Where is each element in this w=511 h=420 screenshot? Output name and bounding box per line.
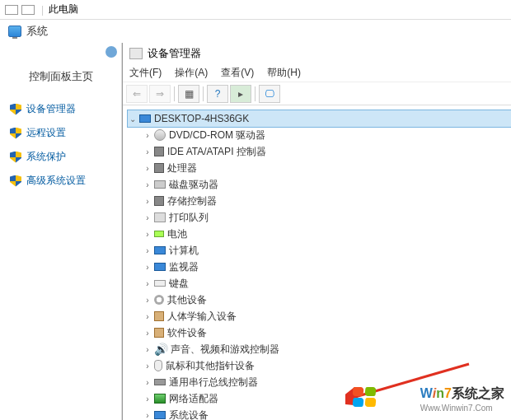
expand-icon[interactable]: › bbox=[143, 246, 152, 255]
system-icon bbox=[8, 26, 21, 37]
shield-icon bbox=[10, 175, 21, 187]
expand-icon[interactable]: › bbox=[143, 312, 152, 321]
tree-node-label: 计算机 bbox=[169, 244, 199, 258]
tree-node[interactable]: ›电池 bbox=[128, 226, 511, 242]
watermark: Win7系统之家 Www.Winwin7.Com bbox=[420, 385, 504, 413]
watermark-text: W bbox=[420, 386, 433, 400]
toolbar-button[interactable]: ▦ bbox=[178, 85, 199, 103]
sidebar-item-advanced[interactable]: 高级系统设置 bbox=[0, 170, 121, 191]
tree-node-label: 其他设备 bbox=[167, 293, 207, 307]
tree-node[interactable]: ›监视器 bbox=[128, 259, 511, 275]
expand-icon[interactable]: › bbox=[143, 362, 152, 371]
main-split: 控制面板主页 设备管理器 远程设置 系统保护 高级系统设置 设备管理器 文件(F… bbox=[0, 43, 511, 420]
expand-icon[interactable]: › bbox=[143, 296, 152, 305]
tree-node[interactable]: ›打印队列 bbox=[128, 209, 511, 226]
device-icon bbox=[154, 163, 164, 173]
tree-node-label: 存储控制器 bbox=[167, 194, 217, 208]
expand-icon[interactable]: › bbox=[143, 378, 152, 387]
device-icon bbox=[154, 196, 164, 206]
expand-icon[interactable]: › bbox=[143, 147, 152, 156]
tree-node[interactable]: ›其他设备 bbox=[128, 292, 511, 308]
device-icon bbox=[154, 147, 164, 156]
expand-icon[interactable]: › bbox=[143, 411, 152, 420]
device-icon bbox=[154, 411, 166, 419]
forward-button[interactable]: ⇒ bbox=[149, 85, 171, 103]
tree-node[interactable]: ›键盘 bbox=[128, 275, 511, 292]
tree-node[interactable]: ›软件设备 bbox=[128, 324, 511, 341]
tree-node-label: 电池 bbox=[167, 227, 187, 241]
tree-node[interactable]: ›IDE ATA/ATAPI 控制器 bbox=[128, 143, 511, 160]
expand-icon[interactable]: › bbox=[143, 180, 152, 189]
tree-node[interactable]: ›计算机 bbox=[128, 242, 511, 259]
device-icon bbox=[154, 360, 162, 371]
expand-icon[interactable]: › bbox=[143, 394, 152, 404]
sidebar-item-device-manager[interactable]: 设备管理器 bbox=[0, 99, 121, 119]
back-button[interactable]: ⇐ bbox=[126, 85, 148, 103]
window-title-row: 系统 bbox=[0, 20, 511, 43]
scan-button[interactable]: 🖵 bbox=[259, 85, 280, 103]
nav-arrows[interactable] bbox=[0, 43, 122, 61]
windows-logo-icon bbox=[353, 387, 377, 408]
menu-file[interactable]: 文件(F) bbox=[129, 66, 162, 80]
sidebar: 控制面板主页 设备管理器 远程设置 系统保护 高级系统设置 bbox=[0, 43, 122, 420]
tree-node[interactable]: ›人体学输入设备 bbox=[128, 308, 511, 324]
device-tree[interactable]: ⌄ DESKTOP-4HS36GK ›DVD/CD-ROM 驱动器›IDE AT… bbox=[123, 105, 511, 420]
sidebar-item-label: 高级系统设置 bbox=[26, 174, 86, 188]
tree-node[interactable]: ›处理器 bbox=[128, 160, 511, 176]
tree-node-label: 处理器 bbox=[167, 161, 197, 175]
device-icon bbox=[154, 180, 166, 189]
toolbar: ⇐ ⇒ ▦ ? ▸ 🖵 bbox=[123, 82, 511, 105]
tree-root-label: DESKTOP-4HS36GK bbox=[154, 113, 249, 124]
tree-node-label: 网络适配器 bbox=[169, 392, 218, 406]
tab-icon bbox=[5, 5, 18, 15]
tree-node-label: DVD/CD-ROM 驱动器 bbox=[169, 128, 265, 142]
expand-icon[interactable]: › bbox=[143, 279, 152, 288]
help-button[interactable]: ? bbox=[207, 85, 228, 103]
menu-view[interactable]: 查看(V) bbox=[221, 66, 254, 80]
tab-icon bbox=[21, 5, 35, 15]
tree-node-label: 鼠标和其他指针设备 bbox=[166, 359, 255, 373]
tree-node[interactable]: ›🔊声音、视频和游戏控制器 bbox=[128, 341, 511, 357]
device-icon bbox=[154, 394, 166, 404]
tree-node-label: 系统设备 bbox=[169, 408, 209, 421]
watermark-url: Www.Winwin7.Com bbox=[420, 403, 504, 413]
expand-icon[interactable]: › bbox=[143, 329, 152, 338]
tree-node[interactable]: ›DVD/CD-ROM 驱动器 bbox=[128, 127, 511, 143]
device-icon bbox=[154, 231, 164, 237]
expand-icon[interactable]: › bbox=[143, 213, 152, 222]
tree-node-label: 键盘 bbox=[169, 277, 189, 291]
device-icon bbox=[154, 295, 164, 305]
sidebar-item-protection[interactable]: 系统保护 bbox=[0, 147, 121, 167]
toolbar-separator bbox=[174, 86, 175, 101]
sidebar-title[interactable]: 控制面板主页 bbox=[0, 69, 121, 84]
devmgr-icon bbox=[129, 48, 143, 59]
menu-help[interactable]: 帮助(H) bbox=[267, 66, 301, 80]
watermark-text: n bbox=[436, 386, 444, 400]
tree-node[interactable]: ›磁盘驱动器 bbox=[128, 176, 511, 193]
expand-icon[interactable]: › bbox=[143, 131, 152, 140]
expand-icon[interactable]: › bbox=[143, 230, 152, 239]
tree-node[interactable]: ›鼠标和其他指针设备 bbox=[128, 357, 511, 374]
toolbar-separator bbox=[255, 86, 256, 101]
expand-icon[interactable]: › bbox=[143, 263, 152, 272]
tree-node-label: 磁盘驱动器 bbox=[169, 178, 218, 192]
tree-root[interactable]: ⌄ DESKTOP-4HS36GK bbox=[128, 110, 511, 127]
collapse-icon[interactable]: ⌄ bbox=[128, 114, 138, 124]
device-icon bbox=[154, 212, 166, 222]
tree-node-label: 声音、视频和游戏控制器 bbox=[171, 343, 279, 357]
device-icon bbox=[154, 129, 166, 141]
expand-icon[interactable]: › bbox=[143, 164, 152, 173]
toolbar-button[interactable]: ▸ bbox=[230, 85, 251, 103]
watermark-text: 系统之家 bbox=[452, 386, 504, 400]
tree-node-label: 监视器 bbox=[169, 260, 199, 274]
sidebar-item-label: 系统保护 bbox=[26, 150, 66, 164]
expand-icon[interactable]: › bbox=[143, 197, 152, 206]
back-icon[interactable] bbox=[105, 46, 117, 58]
expand-icon[interactable]: › bbox=[143, 345, 152, 354]
menu-action[interactable]: 操作(A) bbox=[175, 66, 208, 80]
device-manager-window: 设备管理器 文件(F) 操作(A) 查看(V) 帮助(H) ⇐ ⇒ ▦ ? ▸ … bbox=[122, 43, 511, 420]
sidebar-item-remote[interactable]: 远程设置 bbox=[0, 123, 121, 143]
breadcrumb[interactable]: 此电脑 bbox=[49, 2, 78, 16]
tree-node[interactable]: ›存储控制器 bbox=[128, 193, 511, 209]
watermark-text: 7 bbox=[444, 386, 452, 400]
